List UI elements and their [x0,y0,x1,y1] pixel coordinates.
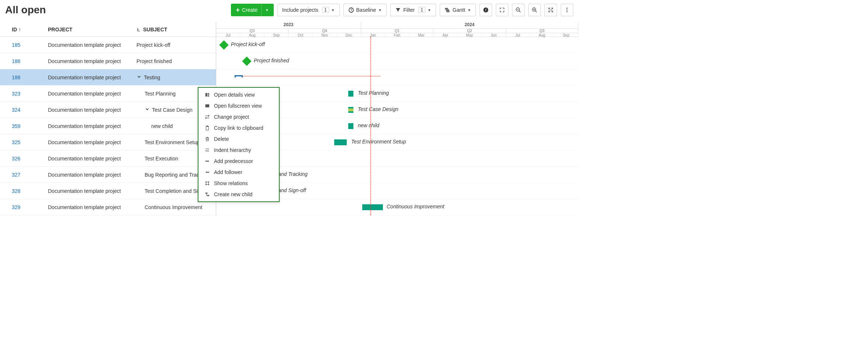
include-projects-label: Include projects [282,7,318,13]
gantt-group-bar[interactable] [235,75,243,77]
info-button[interactable]: i [480,4,492,16]
chevron-down-icon[interactable] [136,74,142,80]
include-projects-button[interactable]: Include projects 1 ▼ [277,4,340,16]
svg-rect-29 [205,192,208,194]
gantt-bar-label: Project kick-off [231,41,265,47]
year-label: 2023 [216,22,361,29]
project-name: Documentation template project [48,204,136,210]
menu-item-delete[interactable]: Delete [198,133,279,145]
gantt-bar[interactable] [348,123,353,129]
menu-item-details[interactable]: Open details view [198,89,279,100]
gantt-bar-label: Test Environment Setup [351,139,406,145]
subject-text: Project finished [136,58,172,64]
gantt-bar[interactable] [348,91,353,97]
gantt-bar[interactable] [362,204,383,210]
menu-item-fullscreen[interactable]: Open fullscreen view [198,100,279,111]
table-row[interactable]: 326Documentation template projectTest Ex… [0,150,216,167]
gantt-bar[interactable] [348,107,353,113]
svg-rect-20 [205,104,210,107]
chevron-down-icon: ▼ [467,8,471,12]
svg-rect-2 [446,10,449,10]
menu-item-predecessor[interactable]: Add predecessor [198,156,279,167]
zoom-fit-button[interactable] [544,4,557,16]
subject-cell[interactable]: Testing [136,74,216,80]
milestone-diamond[interactable] [219,40,228,49]
work-package-id[interactable]: 329 [0,204,48,210]
subject-cell[interactable]: Project kick-off [136,42,216,48]
work-package-id[interactable]: 359 [0,123,48,129]
table-header: ID ↑ PROJECT SUBJECT [0,22,216,37]
menu-item-relations[interactable]: Show relations [198,178,279,189]
menu-item-label: Open details view [214,92,255,98]
svg-text:i: i [485,8,487,12]
fullscreen-icon [204,103,210,108]
table-row[interactable]: 324Documentation template projectTest Ca… [0,102,216,118]
column-id-header[interactable]: ID ↑ [0,27,48,32]
table-row[interactable]: 327Documentation template projectBug Rep… [0,167,216,183]
create-button[interactable]: + Create ▼ [231,4,273,16]
svg-line-10 [535,11,537,12]
work-package-id[interactable]: 328 [0,188,48,194]
gantt-bar-label: Continuous Improvement [387,204,444,209]
svg-rect-18 [208,94,210,95]
today-line [370,37,371,215]
table-row[interactable]: 329Documentation template projectContinu… [0,199,216,215]
zoom-out-icon [515,7,521,13]
gantt-bar[interactable] [334,139,347,145]
chevron-down-icon[interactable] [145,107,150,113]
quarter-label: Q2 [433,29,506,33]
table-row[interactable]: 188Documentation template projectTesting [0,69,216,86]
table-row[interactable]: 323Documentation template projectTest Pl… [0,86,216,102]
gantt-view-button[interactable]: Gantt ▼ [440,4,476,16]
column-project-header[interactable]: PROJECT [48,27,136,32]
baseline-button[interactable]: Baseline ▼ [343,4,387,16]
project-name: Documentation template project [48,188,136,194]
work-package-id[interactable]: 325 [0,139,48,145]
work-package-id[interactable]: 185 [0,42,48,48]
subject-cell[interactable]: Continuous Improvement [136,204,216,210]
filter-label: Filter [403,7,415,13]
milestone-diamond[interactable] [242,56,251,66]
zoom-out-button[interactable] [512,4,525,16]
gantt-timeline-header: 20232024 Q3Q4Q1Q2Q3 JulAugSepOctNovDecJa… [216,22,578,37]
context-menu: Open details viewOpen fullscreen viewCha… [198,87,280,202]
filter-button[interactable]: Filter 1 ▼ [390,4,436,16]
work-package-id[interactable]: 188 [0,74,48,80]
details-icon [204,92,210,97]
fullscreen-button[interactable] [496,4,508,16]
column-subject-header[interactable]: SUBJECT [136,27,216,32]
subject-cell[interactable]: Project finished [136,58,216,64]
indent-icon [204,148,210,153]
table-row[interactable]: 328Documentation template projectTest Co… [0,183,216,199]
follower-icon [204,170,210,175]
gantt-bar-label: and Sign-off [278,187,306,193]
table-row[interactable]: 185Documentation template projectProject… [0,37,216,53]
chevron-down-icon: ▼ [428,8,431,12]
column-subject-label: SUBJECT [143,27,167,32]
more-options-button[interactable] [561,4,573,16]
info-icon: i [483,7,489,13]
table-row[interactable]: 186Documentation template projectProject… [0,53,216,69]
table-row[interactable]: 359Documentation template projectnew chi… [0,118,216,134]
menu-item-change[interactable]: Change project [198,111,279,122]
column-id-label: ID [12,27,17,32]
work-package-id[interactable]: 326 [0,156,48,162]
work-package-id[interactable]: 327 [0,172,48,178]
menu-item-clipboard[interactable]: Copy link to clipboard [198,122,279,133]
filter-icon [395,7,401,13]
dependency-line [243,76,381,76]
gantt-bar-label: Test Planning [358,90,389,96]
menu-item-child[interactable]: Create new child [198,189,279,200]
subject-text: Project kick-off [136,42,170,48]
menu-item-follower[interactable]: Add follower [198,167,279,178]
svg-rect-3 [447,11,449,12]
work-package-id[interactable]: 324 [0,107,48,113]
predecessor-icon [204,159,210,164]
work-package-id[interactable]: 186 [0,58,48,64]
gantt-bar-label: new child [358,122,379,128]
year-label: 2024 [361,22,578,29]
zoom-in-button[interactable] [528,4,541,16]
table-row[interactable]: 325Documentation template projectTest En… [0,134,216,150]
work-package-id[interactable]: 323 [0,91,48,97]
menu-item-indent[interactable]: Indent hierarchy [198,145,279,156]
